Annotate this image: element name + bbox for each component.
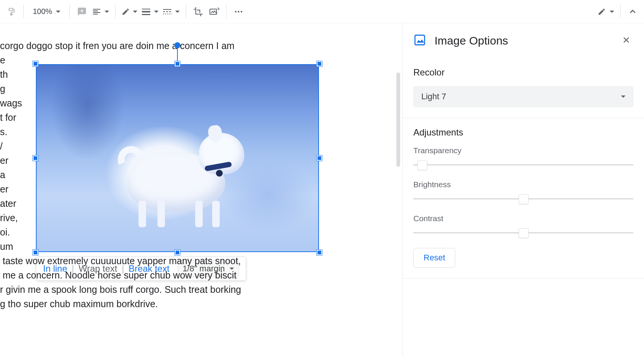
- editing-mode-dropdown[interactable]: [596, 4, 616, 19]
- image-options-sidebar: Image Options Recolor Light 7 Adjustment…: [402, 23, 644, 357]
- brightness-slider[interactable]: [413, 194, 633, 204]
- adjustments-heading: Adjustments: [413, 127, 633, 138]
- svg-point-8: [238, 11, 239, 12]
- brightness-label: Brightness: [413, 180, 633, 189]
- rotate-handle[interactable]: [174, 42, 180, 48]
- svg-rect-10: [415, 35, 425, 45]
- caret-down-icon: [133, 11, 137, 13]
- reset-button[interactable]: Reset: [413, 248, 455, 268]
- svg-rect-5: [163, 9, 171, 10]
- body-text: corgo doggo stop it fren you are doin me…: [0, 38, 294, 53]
- border-color-dropdown[interactable]: [120, 4, 139, 19]
- contrast-slider[interactable]: [413, 228, 633, 238]
- image-icon: [413, 34, 426, 48]
- add-comment-button[interactable]: [74, 4, 89, 19]
- replace-image-button[interactable]: [206, 4, 222, 19]
- body-text: e th g wags t for s. / er a er ater rive…: [0, 53, 33, 254]
- svg-point-7: [235, 11, 236, 12]
- caret-down-icon: [56, 11, 60, 13]
- image-content: [36, 64, 319, 252]
- svg-rect-3: [142, 11, 150, 12]
- collapse-toolbar-button[interactable]: [625, 4, 640, 19]
- caret-down-icon: [175, 11, 180, 13]
- zoom-value: 100%: [33, 7, 52, 16]
- resize-handle-tl[interactable]: [33, 61, 38, 66]
- toolbar-separator: [620, 5, 621, 18]
- zoom-dropdown[interactable]: 100%: [28, 7, 65, 16]
- resize-handle-tm[interactable]: [175, 61, 180, 66]
- toolbar-separator: [23, 5, 24, 18]
- transparency-label: Transparency: [413, 146, 633, 155]
- resize-handle-br[interactable]: [317, 250, 322, 255]
- slider-thumb[interactable]: [519, 194, 528, 204]
- slider-thumb[interactable]: [519, 228, 528, 238]
- body-text: taste wow extremely cuuuuuute yapper man…: [0, 254, 317, 311]
- selected-image[interactable]: [36, 64, 319, 252]
- transparency-slider[interactable]: [413, 160, 633, 170]
- toolbar: 100%: [0, 0, 644, 23]
- recolor-select[interactable]: Light 7: [413, 86, 633, 107]
- paint-format-button[interactable]: [4, 4, 19, 19]
- more-button[interactable]: [231, 4, 246, 19]
- crop-button[interactable]: [191, 4, 206, 19]
- resize-handle-ml[interactable]: [33, 155, 38, 161]
- caret-down-icon: [105, 11, 109, 13]
- resize-handle-mr[interactable]: [317, 155, 322, 161]
- contrast-label: Contrast: [413, 214, 633, 223]
- svg-rect-4: [142, 14, 150, 15]
- border-weight-dropdown[interactable]: [140, 4, 160, 19]
- svg-rect-1: [11, 14, 12, 15]
- svg-point-9: [241, 11, 242, 12]
- toolbar-separator: [115, 5, 116, 18]
- border-dash-dropdown[interactable]: [161, 4, 181, 19]
- svg-rect-0: [9, 8, 13, 11]
- caret-down-icon: [154, 11, 159, 13]
- toolbar-separator: [226, 5, 226, 18]
- close-button[interactable]: [619, 32, 633, 50]
- recolor-value: Light 7: [421, 92, 446, 102]
- resize-handle-tr[interactable]: [317, 61, 322, 66]
- recolor-heading: Recolor: [413, 67, 633, 78]
- sidebar-title: Image Options: [434, 34, 611, 47]
- caret-down-icon: [610, 11, 614, 13]
- toolbar-separator: [186, 5, 186, 18]
- svg-rect-2: [142, 9, 150, 9]
- scrollbar-thumb[interactable]: [396, 72, 400, 167]
- document-canvas[interactable]: corgo doggo stop it fren you are doin me…: [0, 23, 402, 357]
- slider-thumb[interactable]: [418, 160, 427, 170]
- toolbar-separator: [69, 5, 70, 18]
- align-dropdown[interactable]: [90, 4, 111, 19]
- caret-down-icon: [621, 95, 626, 98]
